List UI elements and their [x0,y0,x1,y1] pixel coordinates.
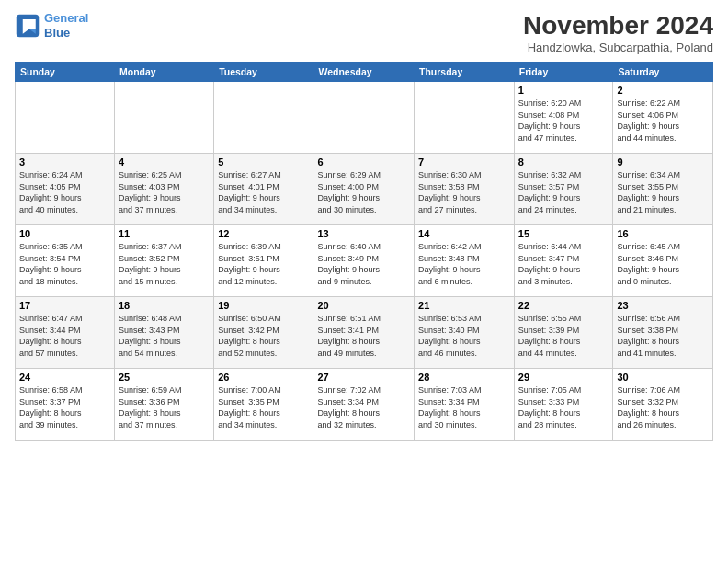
day-number: 25 [119,372,210,383]
day-number: 3 [19,156,110,167]
day-number: 26 [218,372,309,383]
calendar-cell: 21Sunrise: 6:53 AM Sunset: 3:40 PM Dayli… [415,297,515,369]
day-info: Sunrise: 6:37 AM Sunset: 3:52 PM Dayligh… [119,241,210,287]
day-info: Sunrise: 6:25 AM Sunset: 4:03 PM Dayligh… [119,169,210,215]
calendar-cell: 3Sunrise: 6:24 AM Sunset: 4:05 PM Daylig… [16,154,115,225]
calendar-cell: 7Sunrise: 6:30 AM Sunset: 3:58 PM Daylig… [415,154,515,225]
calendar-cell: 13Sunrise: 6:40 AM Sunset: 3:49 PM Dayli… [313,225,415,297]
calendar-cell: 28Sunrise: 7:03 AM Sunset: 3:34 PM Dayli… [415,369,515,441]
day-info: Sunrise: 6:34 AM Sunset: 3:55 PM Dayligh… [617,169,709,215]
day-number: 4 [119,156,210,167]
page: General Blue November 2024 Handzlowka, S… [0,0,728,563]
calendar-cell: 1Sunrise: 6:20 AM Sunset: 4:08 PM Daylig… [514,82,613,154]
day-info: Sunrise: 6:27 AM Sunset: 4:01 PM Dayligh… [218,169,309,215]
day-number: 2 [617,85,709,96]
calendar-cell: 12Sunrise: 6:39 AM Sunset: 3:51 PM Dayli… [214,225,313,297]
day-info: Sunrise: 6:51 AM Sunset: 3:41 PM Dayligh… [317,313,410,359]
day-number: 20 [317,300,410,311]
calendar-cell: 8Sunrise: 6:32 AM Sunset: 3:57 PM Daylig… [514,154,613,225]
day-number: 11 [119,228,210,239]
calendar-cell: 16Sunrise: 6:45 AM Sunset: 3:46 PM Dayli… [613,225,713,297]
logo: General Blue [15,11,88,40]
calendar-cell: 30Sunrise: 7:06 AM Sunset: 3:32 PM Dayli… [613,369,713,441]
day-number: 19 [218,300,309,311]
calendar-cell: 20Sunrise: 6:51 AM Sunset: 3:41 PM Dayli… [313,297,415,369]
calendar-week-row: 3Sunrise: 6:24 AM Sunset: 4:05 PM Daylig… [16,154,713,225]
day-info: Sunrise: 6:30 AM Sunset: 3:58 PM Dayligh… [418,169,510,215]
day-info: Sunrise: 6:29 AM Sunset: 4:00 PM Dayligh… [317,169,410,215]
weekday-header: Monday [115,63,214,82]
day-info: Sunrise: 6:55 AM Sunset: 3:39 PM Dayligh… [518,313,609,359]
logo-icon [15,13,40,39]
title-block: November 2024 Handzlowka, Subcarpathia, … [523,11,713,54]
weekday-header: Saturday [613,63,713,82]
logo-line2: Blue [44,26,70,40]
day-number: 27 [317,372,410,383]
weekday-header: Wednesday [313,63,415,82]
calendar-week-row: 24Sunrise: 6:58 AM Sunset: 3:37 PM Dayli… [16,369,713,441]
day-info: Sunrise: 6:50 AM Sunset: 3:42 PM Dayligh… [218,313,309,359]
day-number: 23 [617,300,709,311]
day-number: 9 [617,156,709,167]
day-info: Sunrise: 6:45 AM Sunset: 3:46 PM Dayligh… [617,241,709,287]
calendar-cell: 6Sunrise: 6:29 AM Sunset: 4:00 PM Daylig… [313,154,415,225]
day-info: Sunrise: 6:35 AM Sunset: 3:54 PM Dayligh… [19,241,110,287]
calendar-cell [313,82,415,154]
month-title: November 2024 [523,11,713,40]
day-info: Sunrise: 6:56 AM Sunset: 3:38 PM Dayligh… [617,313,709,359]
day-number: 14 [418,228,510,239]
day-number: 10 [19,228,110,239]
day-info: Sunrise: 6:58 AM Sunset: 3:37 PM Dayligh… [19,385,110,431]
day-number: 28 [418,372,510,383]
calendar-cell: 29Sunrise: 7:05 AM Sunset: 3:33 PM Dayli… [514,369,613,441]
day-info: Sunrise: 6:44 AM Sunset: 3:47 PM Dayligh… [518,241,609,287]
calendar-cell: 2Sunrise: 6:22 AM Sunset: 4:06 PM Daylig… [613,82,713,154]
calendar-cell [115,82,214,154]
day-info: Sunrise: 6:24 AM Sunset: 4:05 PM Dayligh… [19,169,110,215]
calendar-cell: 9Sunrise: 6:34 AM Sunset: 3:55 PM Daylig… [613,154,713,225]
calendar-week-row: 17Sunrise: 6:47 AM Sunset: 3:44 PM Dayli… [16,297,713,369]
day-info: Sunrise: 6:48 AM Sunset: 3:43 PM Dayligh… [119,313,210,359]
calendar-week-row: 10Sunrise: 6:35 AM Sunset: 3:54 PM Dayli… [16,225,713,297]
day-number: 5 [218,156,309,167]
day-info: Sunrise: 7:02 AM Sunset: 3:34 PM Dayligh… [317,385,410,431]
day-number: 22 [518,300,609,311]
day-info: Sunrise: 6:20 AM Sunset: 4:08 PM Dayligh… [518,98,609,144]
calendar-cell: 24Sunrise: 6:58 AM Sunset: 3:37 PM Dayli… [16,369,115,441]
calendar-cell [16,82,115,154]
day-info: Sunrise: 7:00 AM Sunset: 3:35 PM Dayligh… [218,385,309,431]
calendar-cell: 23Sunrise: 6:56 AM Sunset: 3:38 PM Dayli… [613,297,713,369]
day-number: 8 [518,156,609,167]
calendar-cell: 10Sunrise: 6:35 AM Sunset: 3:54 PM Dayli… [16,225,115,297]
logo-line1: General [44,11,88,25]
location-subtitle: Handzlowka, Subcarpathia, Poland [523,40,713,54]
day-info: Sunrise: 6:39 AM Sunset: 3:51 PM Dayligh… [218,241,309,287]
day-number: 15 [518,228,609,239]
weekday-header-row: SundayMondayTuesdayWednesdayThursdayFrid… [16,63,713,82]
calendar-cell: 26Sunrise: 7:00 AM Sunset: 3:35 PM Dayli… [214,369,313,441]
day-info: Sunrise: 6:22 AM Sunset: 4:06 PM Dayligh… [617,98,709,144]
weekday-header: Thursday [415,63,515,82]
calendar-cell: 25Sunrise: 6:59 AM Sunset: 3:36 PM Dayli… [115,369,214,441]
day-info: Sunrise: 6:59 AM Sunset: 3:36 PM Dayligh… [119,385,210,431]
day-info: Sunrise: 6:47 AM Sunset: 3:44 PM Dayligh… [19,313,110,359]
day-info: Sunrise: 6:42 AM Sunset: 3:48 PM Dayligh… [418,241,510,287]
calendar-cell: 18Sunrise: 6:48 AM Sunset: 3:43 PM Dayli… [115,297,214,369]
logo-text: General Blue [44,11,88,40]
calendar-cell: 27Sunrise: 7:02 AM Sunset: 3:34 PM Dayli… [313,369,415,441]
calendar-cell: 11Sunrise: 6:37 AM Sunset: 3:52 PM Dayli… [115,225,214,297]
day-number: 24 [19,372,110,383]
weekday-header: Friday [514,63,613,82]
calendar-cell: 14Sunrise: 6:42 AM Sunset: 3:48 PM Dayli… [415,225,515,297]
day-number: 12 [218,228,309,239]
header: General Blue November 2024 Handzlowka, S… [15,11,713,54]
day-info: Sunrise: 6:32 AM Sunset: 3:57 PM Dayligh… [518,169,609,215]
weekday-header: Sunday [16,63,115,82]
day-number: 17 [19,300,110,311]
day-info: Sunrise: 7:03 AM Sunset: 3:34 PM Dayligh… [418,385,510,431]
calendar-cell: 22Sunrise: 6:55 AM Sunset: 3:39 PM Dayli… [514,297,613,369]
day-number: 21 [418,300,510,311]
day-number: 29 [518,372,609,383]
calendar-week-row: 1Sunrise: 6:20 AM Sunset: 4:08 PM Daylig… [16,82,713,154]
weekday-header: Tuesday [214,63,313,82]
